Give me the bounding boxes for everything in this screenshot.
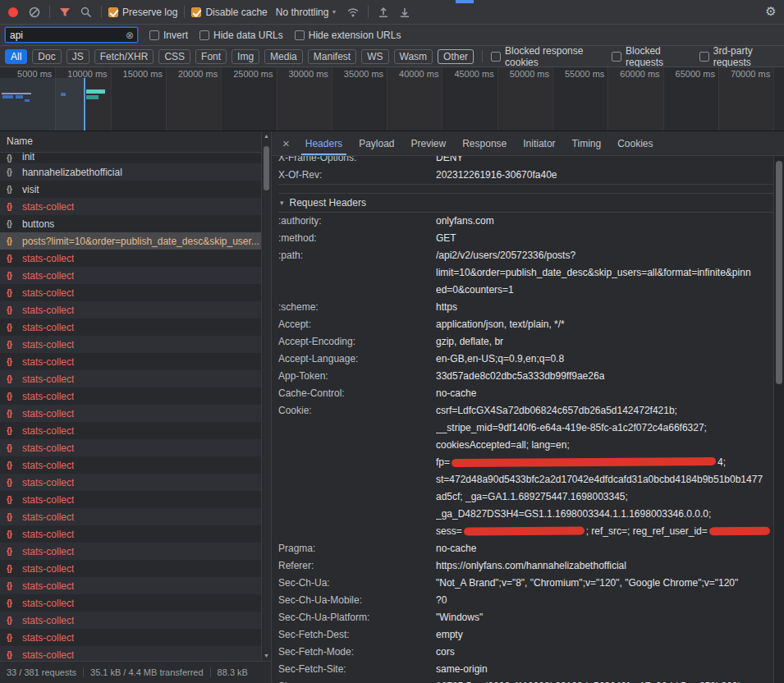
preserve-log-checkbox[interactable]: Preserve log [108, 7, 177, 18]
fetch-braces-icon: {} [7, 323, 17, 332]
checkbox-3rd-party-requests[interactable]: 3rd-party requests [699, 45, 779, 68]
header-row: Pragma:no-cache [278, 540, 773, 557]
type-filter-wasm[interactable]: Wasm [394, 49, 433, 64]
details-scrollbar[interactable] [773, 156, 784, 683]
filter-input[interactable] [6, 30, 126, 41]
type-filter-all[interactable]: All [5, 49, 27, 64]
header-value-text: DENY [436, 156, 463, 163]
request-row[interactable]: {}stats-collect [0, 370, 271, 387]
header-value-line: limit=10&order=publish_date_desc&skip_us… [436, 264, 773, 282]
request-row[interactable]: {}stats-collect [0, 198, 271, 215]
type-filter-js[interactable]: JS [66, 49, 89, 64]
network-conditions-button[interactable] [345, 4, 361, 21]
header-name: :method: [278, 230, 436, 247]
filter-toggle-button[interactable] [57, 4, 73, 21]
request-row[interactable]: {}stats-collect [0, 508, 271, 525]
request-row[interactable]: {}stats-collect [0, 284, 271, 301]
request-name: stats-collect [22, 374, 74, 385]
request-row[interactable]: {}stats-collect [0, 336, 271, 353]
type-filter-other[interactable]: Other [438, 49, 474, 64]
type-filter-ws[interactable]: WS [361, 49, 388, 64]
request-row[interactable]: {}stats-collect [0, 474, 271, 491]
request-headers-section[interactable]: ▾ Request Headers [278, 193, 773, 213]
request-row[interactable]: {}stats-collect [0, 353, 271, 370]
tab-payload[interactable]: Payload [351, 131, 402, 155]
tab-response[interactable]: Response [454, 131, 515, 155]
tab-initiator[interactable]: Initiator [515, 131, 563, 155]
type-filter-doc[interactable]: Doc [32, 49, 61, 64]
request-row[interactable]: {}stats-collect [0, 456, 271, 474]
invert-checkbox[interactable]: Invert [149, 30, 188, 41]
request-row[interactable]: {}stats-collect [0, 612, 271, 629]
request-row[interactable]: {}stats-collect [0, 422, 271, 439]
checkbox-box [612, 52, 621, 62]
request-row[interactable]: {}stats-collect [0, 387, 271, 405]
record-button[interactable] [5, 4, 21, 21]
tab-cookies[interactable]: Cookies [609, 131, 661, 155]
name-column-header[interactable]: Name [0, 131, 271, 153]
type-filter-font[interactable]: Font [195, 49, 227, 64]
tab-timing[interactable]: Timing [564, 131, 610, 155]
export-har-button[interactable] [397, 4, 413, 21]
type-filter-fetch-xhr[interactable]: Fetch/XHR [94, 49, 154, 64]
header-name: Sec-Fetch-Site: [278, 661, 436, 678]
fetch-braces-icon: {} [7, 202, 17, 211]
scrollbar-thumb[interactable] [776, 161, 782, 384]
scroll-up-icon[interactable]: ▲ [262, 131, 271, 141]
checkbox-blocked-requests[interactable]: Blocked requests [612, 45, 688, 68]
request-row[interactable]: {}stats-collect [0, 491, 271, 508]
request-row[interactable]: {}init [0, 153, 271, 163]
timeline-tick-label: 35000 ms [328, 69, 383, 79]
request-list-scrollbar[interactable]: ▲ ▼ [261, 131, 271, 661]
request-row[interactable]: {}stats-collect [0, 646, 271, 661]
type-filter-img[interactable]: Img [232, 49, 259, 64]
request-row[interactable]: {}posts?limit=10&order=publish_date_desc… [0, 232, 271, 250]
request-row[interactable]: {}stats-collect [0, 319, 271, 336]
header-value: same-origin [436, 661, 773, 678]
header-value-text: "Windows" [436, 612, 483, 623]
type-filter-media[interactable]: Media [264, 49, 303, 64]
request-row[interactable]: {}stats-collect [0, 250, 271, 267]
request-row[interactable]: {}hannahelizabethofficial [0, 163, 271, 181]
type-filter-css[interactable]: CSS [158, 49, 190, 64]
clear-button[interactable] [26, 4, 43, 21]
request-row[interactable]: {}stats-collect [0, 301, 271, 319]
type-filter-manifest[interactable]: Manifest [308, 49, 356, 64]
throttling-select[interactable]: No throttling ▼ [273, 7, 341, 18]
close-icon[interactable]: × [275, 136, 297, 150]
checkbox-blocked-response-cookies[interactable]: Blocked response cookies [491, 45, 600, 68]
fetch-braces-icon: {} [7, 340, 17, 349]
request-row[interactable]: {}stats-collect [0, 439, 271, 456]
request-row[interactable]: {}stats-collect [0, 594, 271, 612]
tab-preview[interactable]: Preview [403, 131, 455, 155]
header-row: Sign:16785:5aad9602cf110608b03133de56364… [278, 678, 773, 683]
header-value: 33d57ade8c02dbc5a333db99ff9ae26a [436, 368, 773, 385]
request-row[interactable]: {}stats-collect [0, 577, 271, 594]
request-row[interactable]: {}visit [0, 181, 271, 198]
request-row[interactable]: {}stats-collect [0, 525, 271, 543]
header-value-line: application/json, text/plain, */* [436, 316, 773, 333]
import-har-button[interactable] [375, 4, 392, 21]
header-value-text: 202312261916-30670fa40e [436, 169, 557, 181]
request-row[interactable]: {}stats-collect [0, 267, 271, 284]
hide-data-urls-checkbox[interactable]: Hide data URLs [199, 30, 283, 41]
overview-timeline[interactable]: 5000 ms10000 ms15000 ms20000 ms25000 ms3… [0, 67, 784, 131]
request-row[interactable]: {}buttons [0, 215, 271, 232]
scroll-down-icon[interactable]: ▼ [262, 651, 271, 661]
request-row[interactable]: {}stats-collect [0, 629, 271, 646]
disable-cache-checkbox[interactable]: Disable cache [191, 7, 267, 18]
request-row[interactable]: {}stats-collect [0, 560, 271, 577]
request-row[interactable]: {}stats-collect [0, 405, 271, 422]
tab-headers[interactable]: Headers [297, 131, 351, 155]
header-value-text: /api2/v2/users/20572336/posts? [436, 250, 575, 261]
request-row[interactable]: {}stats-collect [0, 543, 271, 560]
hide-data-urls-label: Hide data URLs [213, 30, 283, 41]
search-button[interactable] [78, 4, 94, 21]
checkbox-box [491, 52, 501, 62]
scrollbar-thumb[interactable] [264, 146, 269, 190]
clear-filter-icon[interactable]: ⊗ [126, 30, 137, 41]
settings-gear-icon[interactable]: ⚙ [763, 4, 779, 21]
hide-extension-urls-checkbox[interactable]: Hide extension URLs [295, 30, 401, 41]
timeline-tick-label: 40000 ms [383, 69, 438, 79]
header-value: cors [436, 644, 773, 661]
